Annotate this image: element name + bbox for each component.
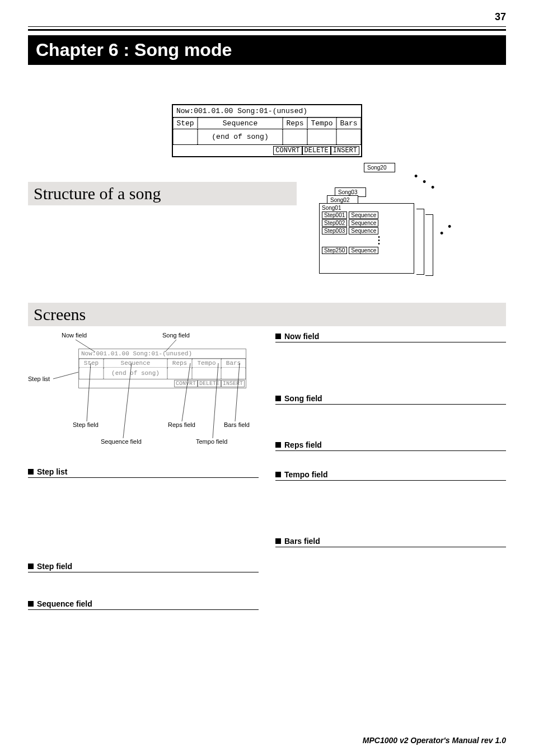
diagram-sequence: Sequence — [349, 219, 378, 227]
lcd-body-tempo — [307, 129, 336, 144]
lcd-header-bars: Bars — [336, 118, 361, 129]
lcd-header-sequence: Sequence — [198, 118, 283, 129]
mini-lcd-hdr-sequence: Sequence — [104, 359, 167, 368]
page-number: 37 — [28, 0, 506, 26]
lcd-body-bars — [336, 129, 361, 144]
lcd-screenshot: Now:001.01.00 Song:01-(unused) Step Sequ… — [172, 104, 362, 157]
page-footer: MPC1000 v2 Operator's Manual rev 1.0 — [363, 736, 506, 745]
lcd-body-step — [173, 129, 198, 144]
mini-lcd-delete: DELETE — [198, 380, 221, 387]
square-icon — [275, 442, 281, 448]
lcd-insert-button: INSERT — [331, 146, 359, 155]
lcd-now-line: Now:001.01.00 Song:01-(unused) — [173, 105, 361, 117]
field-title-tempo-field: Tempo field — [275, 470, 506, 481]
label-song-field: Song field — [162, 332, 190, 339]
diagram-song01-label: Song01 — [320, 205, 414, 211]
square-icon — [275, 538, 281, 544]
lcd-body-row: (end of song) — [173, 129, 361, 144]
field-title-bars-field: Bars field — [275, 537, 506, 547]
diagram-song01-card: Song01 Step001 Sequence Step002 Sequence… — [319, 203, 414, 274]
lcd-footer: CONVRT DELETE INSERT — [173, 144, 361, 156]
label-bars-field: Bars field — [224, 421, 250, 428]
diagram-step001: Step001 — [322, 212, 347, 219]
field-title-song-field: Song field — [275, 394, 506, 405]
dots-icon: • — [414, 171, 418, 182]
labeled-lcd-diagram: Now field Song field Step list Step fiel… — [28, 332, 259, 455]
field-title-now-field: Now field — [275, 332, 506, 342]
diagram-sequence: Sequence — [349, 212, 378, 219]
dots-icon: • — [448, 221, 451, 233]
lcd-header-row: Step Sequence Reps Tempo Bars — [173, 117, 361, 129]
mini-lcd-insert: INSERT — [221, 380, 245, 387]
label-tempo-field: Tempo field — [196, 438, 227, 445]
dots-icon: • — [431, 182, 434, 194]
square-icon — [28, 601, 34, 607]
lcd-convert-button: CONVRT — [273, 146, 302, 155]
svg-line-2 — [53, 372, 78, 379]
label-reps-field: Reps field — [168, 421, 195, 428]
square-icon — [275, 334, 281, 339]
song-structure-diagram: Song20 • • • Song03 Song02 Song01 Step00… — [319, 163, 465, 280]
field-title-step-list: Step list — [28, 467, 259, 478]
mini-lcd-convert: CONVRT — [174, 380, 198, 387]
diagram-cascade — [416, 209, 424, 275]
mini-lcd-hdr-bars: Bars — [221, 359, 246, 368]
diagram-cascade — [425, 214, 433, 276]
diagram-song20: Song20 — [364, 163, 395, 172]
label-now-field: Now field — [62, 332, 87, 339]
mini-lcd-body: (end of song) — [104, 368, 167, 379]
mini-lcd-hdr-tempo: Tempo — [192, 359, 221, 368]
diagram-step003: Step003 — [322, 227, 347, 234]
square-icon — [275, 396, 281, 401]
label-step-list: Step list — [28, 375, 50, 382]
square-icon — [28, 564, 34, 569]
mini-lcd-hdr-step: Step — [79, 359, 104, 368]
diagram-sequence: Sequence — [349, 227, 378, 234]
dots-icon: • — [423, 176, 426, 188]
header-rule — [28, 26, 506, 31]
lcd-body-sequence: (end of song) — [198, 129, 283, 144]
label-step-field: Step field — [73, 421, 99, 428]
dots-icon: • — [440, 228, 443, 240]
lcd-body-reps — [283, 129, 307, 144]
mini-lcd-hdr-reps: Reps — [167, 359, 192, 368]
label-sequence-field: Sequence field — [101, 438, 142, 445]
field-title-sequence-field: Sequence field — [28, 599, 259, 610]
lcd-header-reps: Reps — [283, 118, 307, 129]
section-structure-title: Structure of a song — [28, 182, 297, 205]
section-screens-title: Screens — [28, 303, 506, 326]
square-icon — [28, 469, 34, 475]
lcd-delete-button: DELETE — [302, 146, 331, 155]
field-title-step-field: Step field — [28, 562, 259, 572]
lcd-header-tempo: Tempo — [307, 118, 336, 129]
mini-lcd-row1: Now:001.01.00 Song:01-(unused) — [79, 349, 246, 358]
chapter-title: Chapter 6 : Song mode — [28, 35, 506, 65]
diagram-step250: Step250 — [322, 247, 347, 254]
diagram-sequence: Sequence — [349, 247, 378, 254]
mini-lcd: Now:001.01.00 Song:01-(unused) Step Sequ… — [78, 349, 246, 388]
lcd-header-step: Step — [173, 118, 198, 129]
field-title-reps-field: Reps field — [275, 440, 506, 451]
square-icon — [275, 472, 281, 477]
diagram-step002: Step002 — [322, 219, 347, 227]
